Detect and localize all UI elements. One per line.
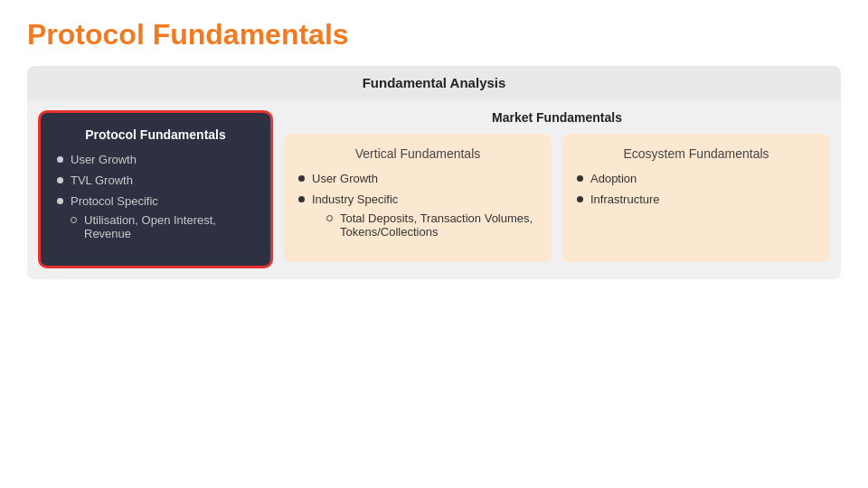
sub-list-item: Utilisation, Open Interest, Revenue [71,213,254,240]
sub-panel-list: Adoption Infrastructure [577,172,816,206]
sub-panel-list: User Growth Industry Specific Tot [298,172,537,242]
list-item-label: Industry Specific [312,192,398,206]
list-item: Protocol Specific Utilisation, Open Inte… [57,194,254,244]
list-item: User Growth [298,172,537,185]
list-item: User Growth [57,153,254,166]
dark-bullet-icon [577,175,583,182]
sub-list: Total Deposits, Transaction Volumes, Tok… [312,211,537,239]
circle-dot-icon [326,215,333,221]
sub-panel-title: Ecosystem Fundamentals [577,146,816,161]
list-item-label: User Growth [71,153,137,166]
list-item-with-sub: Industry Specific Total Deposits, Transa… [312,192,537,242]
right-panel-title: Market Fundamentals [284,110,830,125]
outer-card: Fundamental Analysis Protocol Fundamenta… [27,66,841,279]
list-item-label: TVL Growth [71,174,133,187]
page-title: Protocol Fundamentals [27,18,841,52]
left-panel-protocol-fundamentals: Protocol Fundamentals User Growth TVL Gr… [38,110,273,268]
sub-list-item-label: Total Deposits, Transaction Volumes, Tok… [340,211,537,239]
list-item-with-sub: Protocol Specific Utilisation, Open Inte… [71,194,254,244]
card-body: Protocol Fundamentals User Growth TVL Gr… [27,99,841,279]
left-panel-title: Protocol Fundamentals [57,127,254,142]
list-item: Infrastructure [577,192,816,206]
sub-panel-title: Vertical Fundamentals [298,146,537,161]
bullet-dot-icon [57,177,63,183]
card-header: Fundamental Analysis [27,66,841,99]
sub-panel-vertical-fundamentals: Vertical Fundamentals User Growth Indust… [284,134,552,262]
sub-panel-ecosystem-fundamentals: Ecosystem Fundamentals Adoption Infrastr… [562,134,830,262]
sub-list: Utilisation, Open Interest, Revenue [71,213,254,240]
list-item-label: User Growth [312,172,378,185]
list-item: TVL Growth [57,174,254,187]
list-item: Adoption [577,172,816,185]
list-item: Industry Specific Total Deposits, Transa… [298,192,537,242]
list-item-label: Protocol Specific [71,194,158,208]
list-item-label: Adoption [590,172,637,185]
sub-panels: Vertical Fundamentals User Growth Indust… [284,134,830,262]
page-wrapper: Protocol Fundamentals Fundamental Analys… [0,0,868,488]
list-item-label: Infrastructure [590,192,660,206]
sub-list-item: Total Deposits, Transaction Volumes, Tok… [326,211,537,239]
circle-dot-icon [71,217,77,223]
dark-bullet-icon [298,196,305,202]
dark-bullet-icon [577,196,583,202]
left-panel-list: User Growth TVL Growth Protocol Specific [57,153,254,244]
sub-list-item-label: Utilisation, Open Interest, Revenue [84,213,254,240]
bullet-dot-icon [57,198,63,204]
right-panel-market-fundamentals: Market Fundamentals Vertical Fundamental… [284,110,830,268]
dark-bullet-icon [298,175,305,182]
bullet-dot-icon [57,156,63,163]
